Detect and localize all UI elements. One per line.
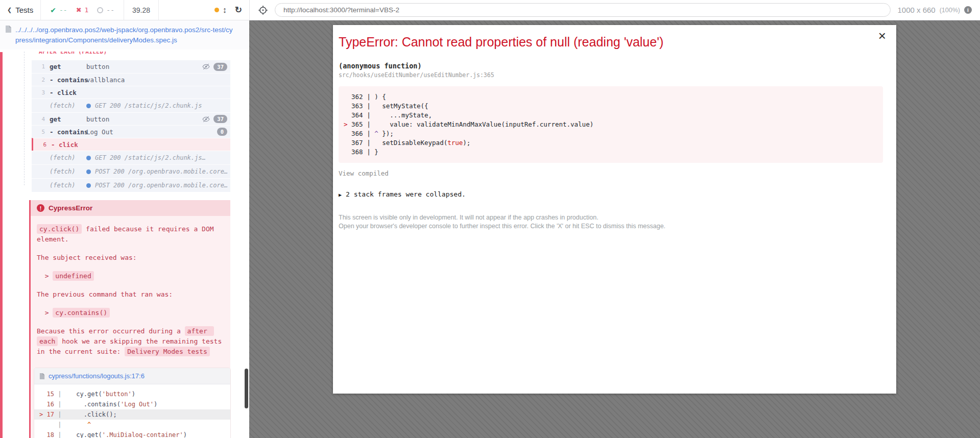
codeframe-header: cypress/functions/logouts.js:17:6 [34, 368, 230, 384]
pending-count: -- [106, 6, 114, 14]
close-icon[interactable]: × [878, 29, 886, 42]
command-indicators: 0 [217, 128, 230, 136]
xhr-row[interactable]: (fetch)POST 200 /org.openbravo.mobile.co… [32, 164, 230, 178]
overlay-error-title: TypeError: Cannot read properties of nul… [339, 34, 887, 50]
text-token: The subject received was: [37, 254, 137, 261]
stack-frame-location: src/hooks/useEditNumber/useEditNumber.js… [339, 71, 887, 79]
text-token: .click(); [65, 411, 117, 418]
command-message: vallblanca [86, 76, 230, 84]
xhr-message: GET 200 /static/js/2.chunk.js [95, 102, 230, 109]
text-token [39, 421, 54, 428]
url-bar[interactable]: http://localhost:3000/?terminal=VBS-2 [275, 3, 891, 17]
overlay-code-block: 362 | ) { 363 | setMyState({ 364 | ...my… [339, 86, 883, 163]
stack-frame-function: (anonymous function) [339, 62, 887, 70]
view-compiled-link[interactable]: View compiled [339, 169, 389, 177]
selector-playground-icon[interactable] [258, 5, 268, 15]
command-row[interactable]: 1getbutton37 [32, 60, 230, 73]
code-line: 367 | setDisableKeypad(true); [344, 138, 878, 148]
command-number: 4 [32, 116, 45, 123]
viewport-resize-icon[interactable]: ↕ [223, 6, 227, 15]
error-icon: ! [37, 204, 44, 212]
code-line: > 365 | value: validateMinAndMaxValue(in… [344, 120, 878, 129]
command-method: - click [51, 141, 88, 149]
passed-count: -- [59, 6, 67, 14]
text-token: cy.get( [65, 431, 102, 438]
pending-stat[interactable]: -- [97, 6, 114, 14]
text-token: ^ [374, 130, 378, 137]
viewport-indicator-dot[interactable] [214, 8, 219, 12]
text-token: 367 | setDisableKeypad( [344, 139, 447, 147]
command-row[interactable]: 4getbutton37 [32, 112, 230, 125]
text-token: '.MuiDialog-container' [102, 431, 183, 438]
text-token: }); [378, 130, 394, 137]
command-message: button [86, 63, 202, 70]
info-icon[interactable]: i [964, 6, 972, 14]
text-token: true [447, 139, 463, 147]
codeframe-body: 15 | cy.get('button') 16 | .contains('Lo… [34, 384, 230, 438]
command-method: - contains [50, 76, 86, 84]
code-line: 364 | ...myState, [344, 111, 878, 120]
code-line: > 17 | .click(); [34, 409, 230, 420]
url-text: http://localhost:3000/?terminal=VBS-2 [283, 6, 399, 14]
triangle-icon: ▶ [339, 192, 342, 198]
text-token: > [344, 120, 351, 128]
text-token: 363 | setMyState({ [344, 102, 428, 110]
codeframe-file-link[interactable]: cypress/functions/logouts.js:17:6 [49, 372, 145, 380]
xhr-message: POST 200 /org.openbravo.mobile.core… [95, 168, 230, 175]
xhr-row[interactable]: (fetch)POST 200 /org.openbravo.mobile.co… [32, 178, 230, 192]
spec-file-link[interactable]: ../../../../org.openbravo.pos2/web-jspac… [15, 25, 236, 45]
text-token: cy.get( [65, 391, 102, 398]
test-attempt: AFTER EACH (FAILED) 1getbutton372- conta… [32, 52, 230, 438]
error-title: CypressError [49, 204, 92, 212]
viewport-scale: (100%) [940, 7, 960, 14]
command-row[interactable]: 6- click [32, 138, 230, 151]
text-token: cy.click() [37, 224, 82, 234]
command-row[interactable]: 2- containsvallblanca [32, 73, 230, 86]
code-line: 362 | ) { [344, 92, 878, 102]
text-token: undefined [53, 271, 93, 281]
file-icon [39, 373, 45, 380]
xhr-row[interactable]: (fetch)GET 200 /static/js/2.chunk.js… [32, 151, 230, 164]
xhr-row[interactable]: (fetch)GET 200 /static/js/2.chunk.js [32, 99, 230, 112]
command-number: 3 [32, 89, 45, 96]
text-token: | [54, 401, 65, 408]
xhr-status-dot [86, 183, 91, 188]
refresh-icon[interactable]: ↻ [235, 5, 242, 15]
back-to-tests-label: Tests [15, 6, 33, 14]
command-message: Log Out [86, 128, 217, 136]
viewport-info: 1000 x 660 (100%) i [897, 6, 972, 14]
xhr-status-dot [86, 169, 91, 174]
xhr-message: GET 200 /static/js/2.chunk.js… [95, 154, 230, 161]
failed-stat[interactable]: ✖ 1 [76, 6, 89, 14]
text-token: ); [463, 139, 470, 147]
error-paragraph: cy.click() failed because it requires a … [37, 224, 224, 245]
reporter-scrollbar[interactable] [245, 369, 248, 408]
text-token: | [54, 411, 65, 418]
text-token: ^ [87, 421, 91, 428]
back-to-tests-button[interactable]: ❮ Tests [0, 0, 41, 20]
app-preview-area: × TypeError: Cannot read properties of n… [249, 20, 980, 438]
text-token: ) [154, 401, 157, 408]
command-number: 6 [33, 141, 46, 148]
file-icon [5, 25, 12, 33]
command-count-badge: 0 [217, 128, 227, 136]
overlay-footer: This screen is visible only in developme… [339, 213, 887, 231]
text-token: 'Log Out' [121, 401, 154, 408]
text-token: > 17 [39, 411, 54, 418]
text-token: | [54, 421, 65, 428]
code-line: | ^ [34, 420, 230, 430]
text-token: 365 | value: validateMinAndMaxValue(inpu… [351, 120, 593, 128]
pending-circle-icon [97, 7, 103, 13]
footer-line: This screen is visible only in developme… [339, 213, 887, 222]
failed-count: 1 [85, 6, 89, 14]
text-token: > [37, 272, 53, 280]
command-row[interactable]: 3- click [32, 86, 230, 99]
text-token [65, 421, 87, 428]
text-token: ) [132, 391, 135, 398]
command-row[interactable]: 5- containsLog Out0 [32, 125, 230, 138]
text-token: 364 | ...myState, [344, 111, 432, 119]
collapsed-stack-frames[interactable]: ▶2 stack frames were collapsed. [339, 190, 466, 198]
cypress-error: ! CypressError cy.click() failed because… [29, 200, 230, 438]
passed-stat[interactable]: ✔ -- [50, 6, 67, 14]
browser-url-section: http://localhost:3000/?terminal=VBS-2 10… [249, 0, 980, 20]
